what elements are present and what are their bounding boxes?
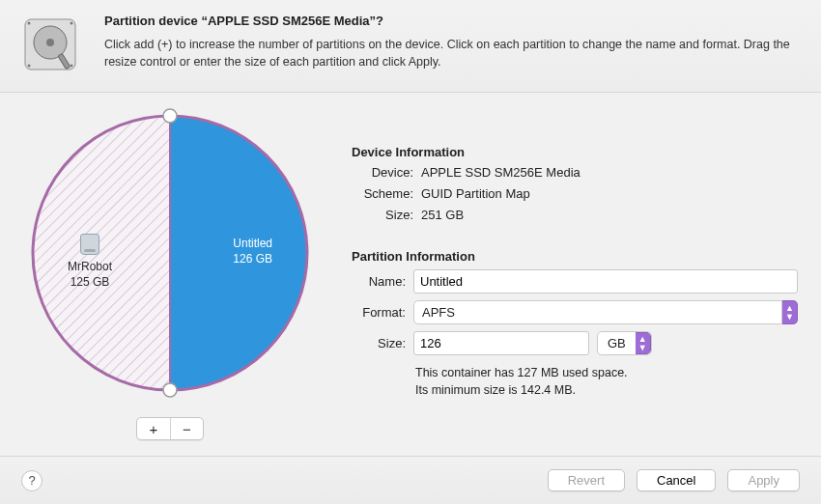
- svg-point-14: [163, 383, 177, 397]
- hint-line: This container has 127 MB used space.: [415, 365, 798, 382]
- hint-line: Its minimum size is 142.4 MB.: [415, 382, 798, 400]
- format-select[interactable]: APFS ▲▼: [413, 300, 798, 324]
- chevron-up-down-icon: ▲▼: [782, 300, 798, 324]
- apply-button[interactable]: Apply: [727, 469, 800, 491]
- cancel-button[interactable]: Cancel: [637, 469, 716, 491]
- size-hint: This container has 127 MB used space. It…: [415, 365, 798, 399]
- device-value: APPLE SSD SM256E Media: [421, 165, 580, 180]
- svg-point-4: [28, 22, 31, 25]
- device-label: Device:: [359, 165, 413, 180]
- partition-info-title: Partition Information: [352, 249, 798, 264]
- dialog-header: Partition device “APPLE SSD SM256E Media…: [0, 0, 821, 93]
- partition-label-untitled: Untitled 126 GB: [233, 236, 272, 266]
- format-value: APFS: [413, 300, 782, 324]
- chevron-up-down-icon: ▲▼: [636, 332, 651, 354]
- devsize-label: Size:: [359, 208, 413, 222]
- svg-point-7: [71, 65, 73, 68]
- size-label: Size:: [359, 336, 406, 350]
- dialog-footer: ? Revert Cancel Apply: [0, 456, 821, 504]
- partition-label-mrrobot: MrRobot 125 GB: [68, 234, 112, 290]
- svg-point-2: [46, 39, 54, 46]
- format-label: Format:: [359, 305, 406, 320]
- revert-button[interactable]: Revert: [548, 469, 625, 491]
- add-partition-button[interactable]: +: [137, 418, 170, 439]
- partition-add-remove: + −: [136, 417, 204, 440]
- scheme-label: Scheme:: [359, 186, 413, 201]
- name-input[interactable]: [413, 269, 798, 294]
- remove-partition-button[interactable]: −: [170, 418, 203, 439]
- device-info-title: Device Information: [352, 145, 798, 159]
- dialog-title: Partition device “APPLE SSD SM256E Media…: [104, 14, 804, 28]
- partition-label-size: 126 GB: [233, 251, 272, 266]
- disk-icon: [19, 14, 81, 75]
- svg-point-13: [163, 109, 177, 123]
- dialog-subtitle: Click add (+) to increase the number of …: [104, 36, 804, 70]
- size-input[interactable]: [413, 331, 589, 355]
- help-button[interactable]: ?: [21, 470, 42, 491]
- svg-point-5: [71, 22, 73, 25]
- svg-point-6: [28, 65, 31, 68]
- volume-icon: [80, 234, 99, 255]
- partition-pie-chart[interactable]: MrRobot 125 GB Untitled 126 GB: [25, 108, 315, 398]
- size-unit-select[interactable]: GB ▲▼: [597, 331, 652, 355]
- name-label: Name:: [359, 274, 406, 289]
- size-unit-value: GB: [598, 332, 636, 354]
- partition-label-name: MrRobot: [68, 259, 112, 274]
- devsize-value: 251 GB: [421, 208, 464, 222]
- partition-label-size: 125 GB: [68, 274, 112, 290]
- partition-label-name: Untitled: [233, 236, 272, 251]
- scheme-value: GUID Partition Map: [421, 186, 530, 201]
